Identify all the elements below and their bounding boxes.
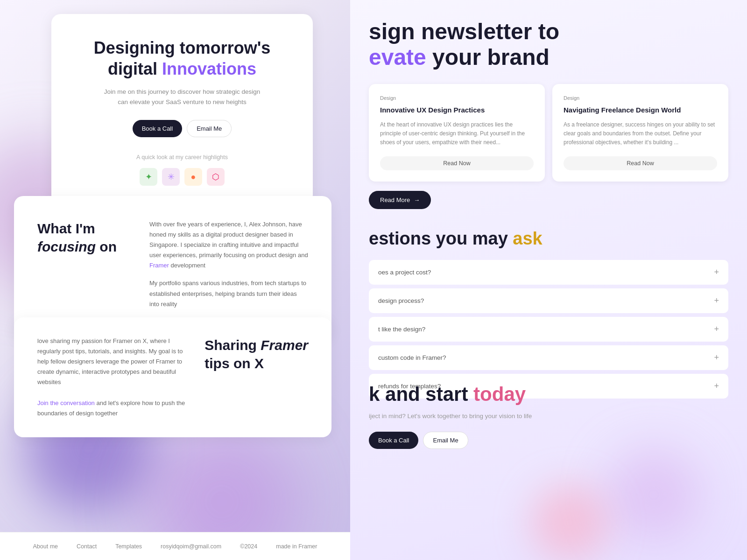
footer-email[interactable]: rosyidqoim@gmail.com [161,543,221,550]
cta-buttons: Book a Call Email Me [369,432,728,449]
footer-year: ©2024 [240,543,257,550]
blog-card-title-2: Navigating Freelance Design World [564,105,717,115]
book-call-button[interactable]: Book a Call [133,120,182,137]
faq-plus-icon-2: + [714,324,719,334]
framer-text: love sharing my passion for Framer on X,… [37,336,186,419]
bg-blob-right-1 [607,448,700,541]
cta-subtitle: iject in mind? Let's work together to br… [369,413,728,420]
blog-tag-1: Design [380,95,534,101]
left-panel: Designing tomorrow's digital Innovations… [0,0,350,560]
career-label: A quick look at my career highlights [70,154,294,161]
blog-card-1: Design Innovative UX Design Practices At… [369,84,545,182]
cta-email-button[interactable]: Email Me [423,432,468,449]
career-icon-4: ⬡ [207,168,225,186]
read-more-button[interactable]: Read More → [369,191,431,209]
email-button[interactable]: Email Me [187,120,232,137]
blog-card-2: Design Navigating Freelance Design World… [552,84,728,182]
faq-question-0: oes a project cost? [378,269,431,276]
join-conversation-link[interactable]: Join the conversation [37,399,95,406]
footer: About me Contact Templates rosyidqoim@gm… [0,532,350,560]
focus-para2: My portfolio spans various industries, f… [149,278,308,309]
cta-title: k and start today [369,383,728,406]
career-icon-1: ✦ [140,168,157,186]
footer-framer-link[interactable]: Framer [298,543,317,550]
cta-section: k and start today iject in mind? Let's w… [369,383,728,449]
blog-excerpt-1: At the heart of innovative UX design pra… [380,120,534,147]
footer-about[interactable]: About me [33,543,58,550]
hero-card: Designing tomorrow's digital Innovations… [51,14,313,204]
career-icon-2: ✳ [162,168,180,186]
framer-title: Sharing Framer tips on X [204,336,308,372]
bg-blob-right-2 [532,485,607,560]
right-panel: sign newsletter to evate your brand Desi… [350,0,747,560]
hero-subtitle: Join me on this journey to discover how … [98,87,266,107]
hero-buttons: Book a Call Email Me [70,120,294,137]
newsletter-title: sign newsletter to evate your brand [369,19,728,70]
faq-item-1[interactable]: design process? + [369,288,728,313]
focus-content: With over five years of experience, I, A… [149,219,308,317]
newsletter-cards: Design Innovative UX Design Practices At… [369,84,728,182]
cta-book-call-button[interactable]: Book a Call [369,432,418,449]
faq-title: estions you may ask [369,229,728,249]
focus-title: What I'm focusing on [37,219,121,256]
footer-contact[interactable]: Contact [77,543,97,550]
arrow-icon: → [414,196,420,203]
blog-excerpt-2: As a freelance designer, success hinges … [564,120,717,147]
faq-plus-icon-0: + [714,267,719,277]
faq-section: estions you may ask oes a project cost? … [369,229,728,402]
faq-plus-icon-3: + [714,353,719,363]
framer-link-1[interactable]: Framer [149,262,169,269]
faq-question-3: custom code in Framer? [378,354,446,361]
career-icons: ✦ ✳ ● ⬡ [70,168,294,186]
faq-question-2: t like the design? [378,326,425,333]
faq-item-0[interactable]: oes a project cost? + [369,260,728,285]
read-now-button-1[interactable]: Read Now [380,156,534,170]
hero-title: Designing tomorrow's digital Innovations [70,37,294,79]
footer-templates[interactable]: Templates [115,543,142,550]
blog-card-title-1: Innovative UX Design Practices [380,105,534,115]
faq-plus-icon-1: + [714,296,719,306]
read-now-button-2[interactable]: Read Now [564,156,717,170]
newsletter-section: sign newsletter to evate your brand Desi… [369,19,728,209]
career-icon-3: ● [184,168,202,186]
faq-question-1: design process? [378,297,424,304]
framer-sharing-card: love sharing my passion for Framer on X,… [14,317,331,437]
faq-item-2[interactable]: t like the design? + [369,317,728,342]
footer-made-in: made in Framer [276,543,317,550]
focus-para1: With over five years of experience, I, A… [149,219,308,271]
faq-item-3[interactable]: custom code in Framer? + [369,345,728,370]
blog-tag-2: Design [564,95,717,101]
